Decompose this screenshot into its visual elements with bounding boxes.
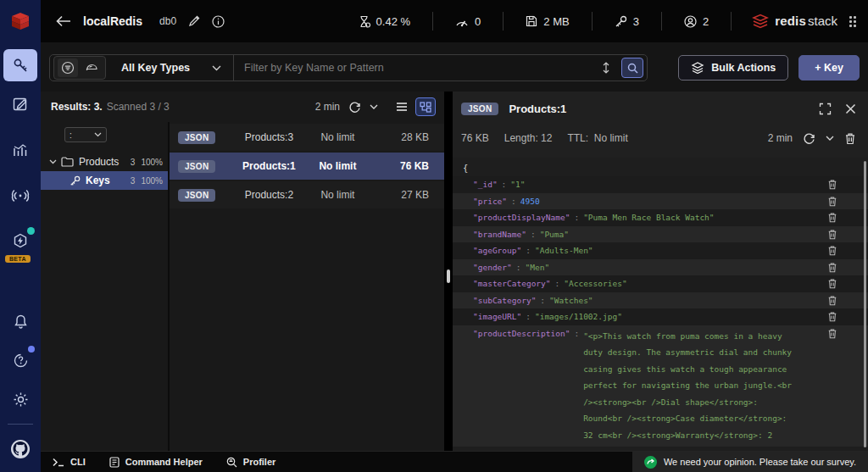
nav-analytics[interactable] <box>3 134 37 166</box>
key-list-item[interactable]: JSON Products:1 No limit 76 KB <box>170 153 444 180</box>
bulk-actions-button[interactable]: Bulk Actions <box>678 55 788 81</box>
json-field-key: "subCategory" <box>473 295 536 307</box>
results-header: Results: 3. Scanned 3 / 3 2 min <box>41 92 444 122</box>
json-field-value: "Puma Men Race Black Watch" <box>583 212 714 224</box>
key-ttl: No limit <box>319 160 356 172</box>
key-name: Products:3 <box>245 131 293 143</box>
refresh-options-chevron-icon[interactable] <box>826 136 834 141</box>
pubsub-icon <box>11 189 30 203</box>
key-type-badge: JSON <box>461 103 498 115</box>
tree-node-keys[interactable]: Keys 3100% <box>41 171 168 190</box>
nav-browser[interactable] <box>3 49 37 81</box>
key-search-input[interactable] <box>234 62 596 74</box>
remove-field-icon[interactable] <box>827 311 837 322</box>
nav-help[interactable] <box>3 344 37 376</box>
vertical-scrollbar[interactable] <box>864 161 866 447</box>
detail-key-name: Products:1 <box>509 103 566 115</box>
detail-header: JSON Products:1 <box>453 92 868 125</box>
cli-button[interactable]: CLI <box>41 452 97 472</box>
resize-handle[interactable] <box>447 269 450 283</box>
document-icon <box>109 457 120 468</box>
app-header: localRedis db0 0.42 % 0 2 MB <box>0 0 868 42</box>
json-field-value: "<p>This watch from puma comes in a heav… <box>583 328 797 444</box>
list-view-icon[interactable] <box>392 97 412 116</box>
notification-dot <box>28 346 35 353</box>
json-field-row: "productDescription" : "<p>This watch fr… <box>453 325 868 447</box>
detail-meta: 76 KB Length: 12 TTL: No limit 2 min <box>453 125 868 151</box>
nav-workbench[interactable] <box>3 88 37 120</box>
key-type-badge: JSON <box>178 160 215 173</box>
delete-key-icon[interactable] <box>844 132 856 145</box>
remove-field-icon[interactable] <box>827 295 837 306</box>
search-by-values-icon[interactable] <box>81 58 102 77</box>
chevron-down-icon <box>94 132 102 137</box>
more-menu-icon[interactable] <box>849 16 856 27</box>
back-arrow-icon[interactable] <box>56 15 71 27</box>
key-type-select[interactable]: All Key Types <box>113 55 233 81</box>
terminal-icon <box>53 458 64 467</box>
remove-field-icon[interactable] <box>827 328 837 339</box>
json-field-key: "productDescription" <box>473 328 570 340</box>
key-type-filter-icon[interactable] <box>58 58 78 77</box>
database-stats: 0.42 % 0 2 MB 3 2 <box>337 12 732 31</box>
key-type-badge: JSON <box>178 189 215 202</box>
key-list-item[interactable]: JSON Products:2 No limit 27 KB <box>170 181 444 208</box>
json-field-value: "1" <box>510 179 525 191</box>
remove-field-icon[interactable] <box>827 179 837 190</box>
command-helper-button[interactable]: Command Helper <box>97 452 214 472</box>
redis-logo <box>0 0 41 42</box>
refresh-icon[interactable] <box>348 101 361 114</box>
nav-github[interactable] <box>3 433 37 465</box>
key-size: 76 KB <box>400 160 429 172</box>
json-open-brace: { <box>453 158 868 176</box>
survey-banner[interactable]: We need your opinion. Please take our su… <box>632 452 868 472</box>
remove-field-icon[interactable] <box>827 262 837 273</box>
divider <box>8 424 33 425</box>
remove-field-icon[interactable] <box>827 245 837 256</box>
refresh-options-chevron-icon[interactable] <box>370 104 378 109</box>
view-toggle <box>392 97 436 116</box>
profiler-button[interactable]: Profiler <box>214 452 288 472</box>
stat-memory: 2 MB <box>504 15 591 28</box>
nav-notifications[interactable] <box>3 305 37 337</box>
layers-icon <box>691 62 704 74</box>
search-icon[interactable] <box>621 58 643 78</box>
json-field-value: "images/11002.jpg" <box>535 311 622 323</box>
remove-field-icon[interactable] <box>827 278 837 289</box>
fullscreen-icon[interactable] <box>819 103 832 115</box>
remove-field-icon[interactable] <box>827 196 837 207</box>
info-icon[interactable] <box>212 15 225 28</box>
nav-pubsub[interactable] <box>3 180 37 212</box>
json-field-key: "imageURL" <box>473 311 521 323</box>
stat-cpu: 0.42 % <box>337 15 432 28</box>
panel-resize-divider[interactable] <box>444 92 453 451</box>
json-field-key: "productDisplayName" <box>473 212 570 224</box>
remove-field-icon[interactable] <box>827 212 837 223</box>
main-content: All Key Types Bulk Actions + Key <box>41 42 868 451</box>
sidebar-bottom <box>3 298 37 472</box>
bottom-toolbar: CLI Command Helper Profiler We need your… <box>41 451 868 472</box>
nav-settings[interactable] <box>3 383 37 415</box>
json-field-value: "Accessories" <box>564 278 626 290</box>
delimiter-select[interactable]: : <box>64 127 107 142</box>
remove-field-icon[interactable] <box>827 229 837 240</box>
tree-view-icon[interactable] <box>415 97 436 116</box>
add-key-button[interactable]: + Key <box>798 55 860 81</box>
key-size: 27 KB <box>401 189 429 201</box>
folder-icon <box>61 157 74 167</box>
refresh-icon[interactable] <box>803 132 815 145</box>
gear-icon <box>13 391 29 408</box>
key-name: Products:1 <box>242 160 296 172</box>
key-ttl: No limit <box>320 131 354 143</box>
json-field-row: "productDisplayName" : "Puma Men Race Bl… <box>453 209 868 226</box>
sort-updown-icon[interactable] <box>596 58 616 77</box>
gauge-icon <box>455 16 469 27</box>
tree-node-products[interactable]: Products 3100% <box>41 153 168 171</box>
key-list-item[interactable]: JSON Products:3 No limit 28 KB <box>170 124 444 151</box>
nav-triggers-functions[interactable]: BETA <box>3 225 37 258</box>
database-index: db0 <box>159 15 176 27</box>
key-length: Length: 12 <box>504 132 553 144</box>
edit-pencil-icon[interactable] <box>188 15 200 27</box>
close-icon[interactable] <box>845 103 856 114</box>
caret-down-icon[interactable] <box>47 159 58 164</box>
